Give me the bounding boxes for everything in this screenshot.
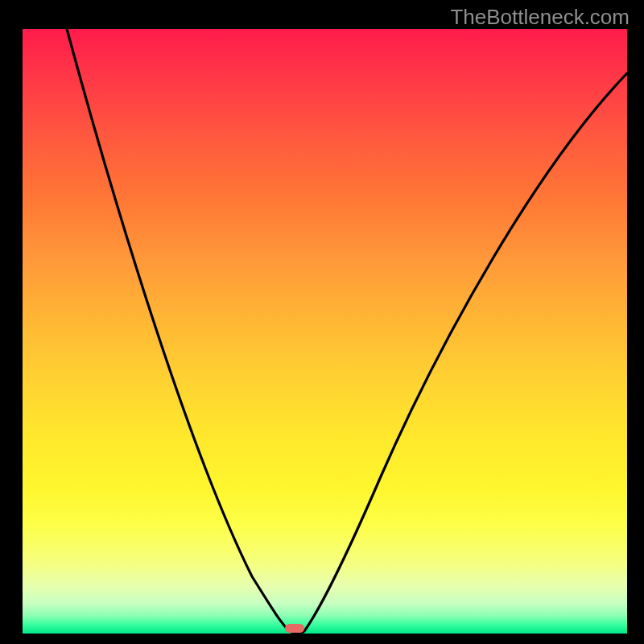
optimum-marker (285, 624, 304, 633)
plot-gradient-area (23, 29, 627, 634)
watermark-text: TheBottleneck.com (450, 5, 630, 30)
chart-container: TheBottleneck.com (0, 0, 644, 644)
